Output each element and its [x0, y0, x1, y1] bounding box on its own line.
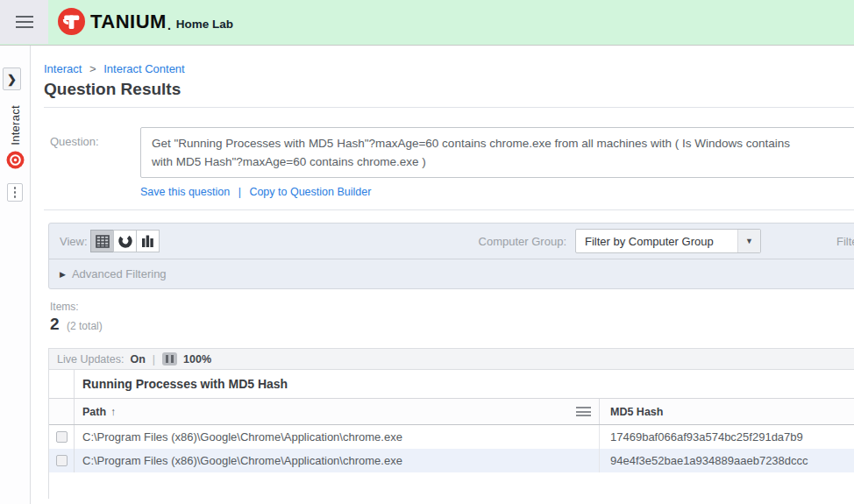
sidebar-item-label: Interact — [9, 105, 22, 146]
pie-chart-icon — [118, 234, 132, 248]
computer-group-dropdown[interactable]: Filter by Computer Group ▼ — [575, 229, 761, 253]
title-divider — [44, 107, 854, 108]
chevron-right-icon: ❯ — [7, 73, 17, 86]
filter-by-label: Filter By — [836, 235, 854, 248]
advanced-filtering-toggle[interactable]: ▶ Advanced Filtering — [49, 259, 854, 288]
view-label: View: — [60, 235, 88, 248]
column-menu-icon[interactable] — [576, 405, 591, 419]
environment-label: Home Lab — [176, 18, 233, 31]
table-row[interactable]: C:\Program Files (x86)\Google\Chrome\App… — [49, 449, 854, 472]
question-label: Question: — [44, 127, 140, 178]
selection-gutter — [49, 370, 75, 398]
question-row: Question: Get "Running Processes with MD… — [44, 127, 854, 178]
question-divider — [44, 209, 854, 210]
row-select-gutter — [49, 449, 75, 472]
items-count: 2 — [50, 315, 60, 333]
path-cell: C:\Program Files (x86)\Google\Chrome\App… — [75, 449, 600, 472]
copy-to-question-builder-link[interactable]: Copy to Question Builder — [249, 186, 371, 198]
tanium-logo-icon — [58, 8, 85, 35]
page-title: Question Results — [44, 80, 854, 99]
question-links: Save this question | Copy to Question Bu… — [140, 186, 854, 198]
view-pie-button[interactable] — [113, 230, 137, 252]
computer-group-label: Computer Group: — [417, 235, 566, 248]
brand-dot: . — [167, 18, 171, 32]
row-checkbox[interactable] — [56, 431, 68, 443]
row-select-gutter — [49, 425, 75, 449]
items-label: Items: — [50, 301, 854, 313]
hamburger-menu-button[interactable] — [0, 0, 48, 44]
brand: TANIUM . Home Lab — [58, 8, 233, 35]
column-header-path[interactable]: Path ↑ — [75, 399, 600, 424]
sort-asc-icon: ↑ — [110, 406, 116, 418]
link-separator: | — [238, 186, 241, 198]
view-grid-button[interactable] — [90, 230, 114, 252]
column-header-md5[interactable]: MD5 Hash — [600, 399, 854, 424]
results-panel: Live Updates: On | 100% Running Processe… — [48, 348, 854, 499]
view-switcher — [91, 230, 160, 252]
path-column-label: Path — [82, 406, 106, 418]
grid-view-icon — [96, 235, 110, 248]
app-header: TANIUM . Home Lab — [0, 0, 854, 46]
table-group-header: Running Processes with MD5 Hash — [49, 370, 854, 399]
breadcrumb-interact-content[interactable]: Interact Content — [103, 62, 185, 75]
table-row[interactable]: C:\Program Files (x86)\Google\Chrome\App… — [49, 425, 854, 449]
breadcrumb: Interact > Interact Content — [44, 62, 854, 75]
toolbar-row-view: View: — [49, 224, 854, 259]
table-group-title: Running Processes with MD5 Hash — [75, 370, 854, 398]
computer-group-value: Filter by Computer Group — [576, 235, 737, 248]
sidebar-more-button[interactable] — [7, 183, 23, 202]
breadcrumb-separator: > — [89, 62, 96, 75]
row-checkbox[interactable] — [56, 455, 68, 466]
items-total: (2 total) — [67, 320, 103, 332]
md5-cell: 17469baf066af93a574bc25f291da7b9 — [600, 425, 854, 449]
interact-target-icon — [6, 151, 25, 169]
chevron-down-icon: ▼ — [737, 230, 760, 252]
live-updates-separator: | — [153, 353, 155, 366]
table-column-header: Path ↑ MD5 Hash — [49, 399, 854, 425]
md5-column-label: MD5 Hash — [610, 406, 663, 418]
pause-icon[interactable] — [162, 352, 177, 366]
live-updates-label: Live Updates: — [57, 353, 124, 366]
live-updates-state[interactable]: On — [130, 353, 145, 366]
sidebar-expand-button[interactable]: ❯ — [3, 67, 21, 90]
selection-gutter — [49, 399, 75, 424]
breadcrumb-interact[interactable]: Interact — [44, 62, 82, 75]
save-question-link[interactable]: Save this question — [140, 186, 230, 198]
sidebar-item-interact[interactable]: Interact — [0, 105, 31, 169]
left-sidebar: ❯ Interact — [0, 46, 31, 504]
view-bar-button[interactable] — [136, 230, 160, 252]
advanced-filtering-label: Advanced Filtering — [72, 267, 167, 280]
live-updates-bar: Live Updates: On | 100% — [49, 348, 854, 370]
hamburger-icon — [16, 12, 33, 32]
caret-right-icon: ▶ — [60, 270, 66, 279]
main-content: Interact > Interact Content Question Res… — [31, 46, 854, 504]
bar-chart-icon — [141, 235, 154, 247]
brand-wordmark: TANIUM — [90, 11, 167, 33]
md5-cell: 94e4f3e52bae1a934889aaeb7238dccc — [600, 449, 854, 472]
items-summary: Items: 2 (2 total) — [50, 301, 854, 334]
question-textarea[interactable]: Get "Running Processes with MD5 Hash"?ma… — [140, 127, 854, 178]
live-updates-percent: 100% — [183, 353, 211, 366]
ellipsis-icon — [14, 187, 17, 189]
results-toolbar: View: — [48, 223, 854, 289]
path-cell: C:\Program Files (x86)\Google\Chrome\App… — [75, 425, 600, 449]
